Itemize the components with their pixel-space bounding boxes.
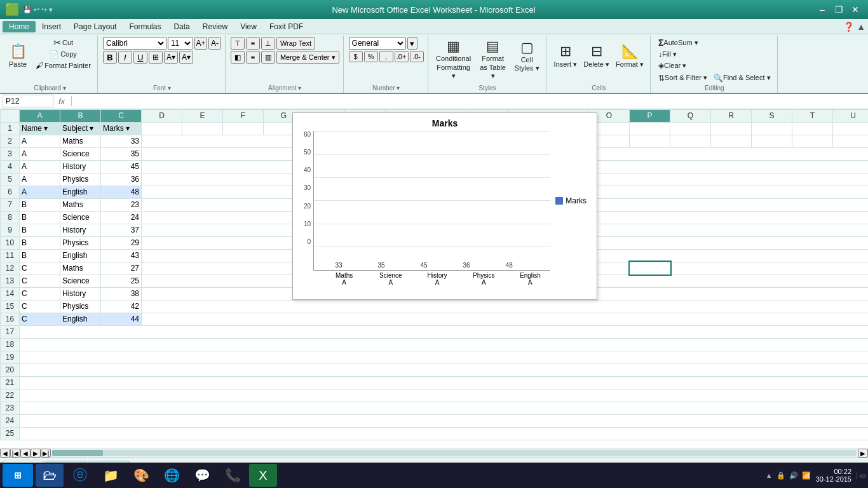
- taskbar-skype-button[interactable]: 💬: [188, 464, 216, 487]
- cell-A1[interactable]: Name ▾: [20, 122, 60, 135]
- menu-item-page-layout[interactable]: Page Layout: [67, 21, 123, 32]
- sort-filter-button[interactable]: ⇅ Sort & Filter ▾: [656, 73, 710, 83]
- delete-cells-button[interactable]: ⊟ Delete ▾: [581, 37, 612, 75]
- cell-P2[interactable]: [630, 135, 670, 147]
- increase-decimal-button[interactable]: .0+: [395, 51, 409, 62]
- col-header-Q[interactable]: Q: [670, 109, 711, 122]
- cell-E1[interactable]: [182, 122, 223, 135]
- align-middle-button[interactable]: ≡: [246, 37, 260, 50]
- currency-button[interactable]: $: [349, 51, 363, 62]
- cell-S2[interactable]: [752, 135, 792, 147]
- nav-prev-button[interactable]: ◀: [20, 449, 31, 458]
- font-shrink-button[interactable]: A-: [208, 37, 221, 50]
- cell-U1[interactable]: [833, 122, 869, 135]
- comma-button[interactable]: ,: [379, 51, 393, 62]
- col-header-U[interactable]: U: [833, 109, 869, 122]
- merge-center-button[interactable]: Merge & Center ▾: [276, 51, 339, 64]
- taskbar-ie-button[interactable]: ⓔ: [66, 464, 94, 487]
- menu-item-view[interactable]: View: [234, 21, 263, 32]
- italic-button[interactable]: I: [118, 51, 132, 64]
- align-left-button[interactable]: ◧: [231, 51, 245, 64]
- start-button[interactable]: ⊞: [3, 464, 33, 487]
- cell-S1[interactable]: [752, 122, 792, 135]
- cell-reference-box[interactable]: P12: [3, 95, 53, 107]
- menu-item-foxit[interactable]: Foxit PDF: [263, 21, 309, 32]
- taskbar-excel-button[interactable]: X: [249, 464, 277, 487]
- format-cells-button[interactable]: 📐 Format ▾: [613, 37, 646, 75]
- close-button[interactable]: ✕: [848, 3, 863, 16]
- nav-last-button[interactable]: ▶|: [41, 449, 51, 458]
- col-header-C[interactable]: C: [101, 109, 142, 122]
- cell-R1[interactable]: [711, 122, 752, 135]
- cell-F1[interactable]: [223, 122, 264, 135]
- h-scrollbar-track[interactable]: [52, 450, 857, 456]
- cell-A2[interactable]: A: [20, 135, 60, 147]
- cell-B2[interactable]: Maths: [60, 135, 101, 147]
- horizontal-scrollbar[interactable]: ◀ |◀ ◀ ▶ ▶| ▶: [0, 449, 868, 458]
- taskbar-skype2-button[interactable]: 📞: [219, 464, 247, 487]
- cell-R2[interactable]: [711, 135, 752, 147]
- col-header-T[interactable]: T: [792, 109, 833, 122]
- tray-up-icon[interactable]: ▲: [766, 471, 773, 479]
- show-desktop-button[interactable]: ▭: [857, 472, 865, 479]
- cell-D2[interactable]: [142, 135, 304, 147]
- tray-volume-icon[interactable]: 🔊: [789, 471, 798, 480]
- h-scrollbar-thumb[interactable]: [52, 450, 103, 456]
- wrap-text-button[interactable]: Wrap Text: [276, 37, 315, 50]
- col-header-R[interactable]: R: [711, 109, 752, 122]
- cut-button[interactable]: ✂ Cut: [33, 37, 93, 49]
- col-header-F[interactable]: F: [223, 109, 264, 122]
- cell-T2[interactable]: [792, 135, 833, 147]
- cell-styles-button[interactable]: ▢ CellStyles ▾: [512, 37, 542, 75]
- border-button[interactable]: ⊞: [149, 51, 163, 64]
- fill-button[interactable]: ↓ Fill ▾: [656, 50, 679, 60]
- minimize-button[interactable]: –: [815, 3, 830, 16]
- font-color-button[interactable]: A▾: [179, 51, 193, 64]
- restore-button[interactable]: ❐: [831, 3, 846, 16]
- cell-Q1[interactable]: [670, 122, 711, 135]
- menu-item-review[interactable]: Review: [196, 21, 234, 32]
- cell-U2[interactable]: [833, 135, 869, 147]
- format-as-table-button[interactable]: ▤ Formatas Table ▾: [475, 37, 511, 81]
- cell-C2[interactable]: 33: [101, 135, 142, 147]
- col-header-E[interactable]: E: [182, 109, 223, 122]
- taskbar-chrome-button[interactable]: 🌐: [158, 464, 186, 487]
- cell-T1[interactable]: [792, 122, 833, 135]
- fill-color-button[interactable]: A▾: [164, 51, 178, 64]
- copy-button[interactable]: 📄 Copy: [33, 50, 93, 60]
- number-format-expand[interactable]: ▾: [407, 37, 417, 50]
- cell-C1[interactable]: Marks ▾: [101, 122, 142, 135]
- percent-button[interactable]: %: [364, 51, 378, 62]
- clock[interactable]: 00:22 30-12-2015: [816, 468, 851, 483]
- paste-button[interactable]: 📋 Paste: [6, 37, 29, 75]
- menu-item-home[interactable]: Home: [3, 21, 36, 32]
- scroll-left-button[interactable]: ◀: [0, 449, 10, 458]
- decrease-decimal-button[interactable]: .0-: [410, 51, 424, 62]
- align-top-button[interactable]: ⊤: [231, 37, 245, 50]
- tray-signal-icon[interactable]: 📶: [802, 471, 811, 480]
- menu-item-insert[interactable]: Insert: [36, 21, 67, 32]
- nav-first-button[interactable]: |◀: [10, 449, 20, 458]
- align-right-button[interactable]: ▥: [261, 51, 275, 64]
- scroll-right-button[interactable]: ▶: [858, 449, 868, 458]
- font-grow-button[interactable]: A+: [194, 37, 207, 50]
- nav-next-button[interactable]: ▶: [31, 449, 41, 458]
- col-header-S[interactable]: S: [752, 109, 792, 122]
- conditional-formatting-button[interactable]: ▦ ConditionalFormatting ▾: [433, 37, 474, 81]
- menu-item-data[interactable]: Data: [167, 21, 196, 32]
- cell-P12[interactable]: [630, 262, 670, 274]
- format-painter-button[interactable]: 🖌 Format Painter: [33, 60, 93, 71]
- bold-button[interactable]: B: [103, 51, 117, 64]
- taskbar-paint-button[interactable]: 🎨: [127, 464, 155, 487]
- col-header-B[interactable]: B: [60, 109, 101, 122]
- number-format-select[interactable]: General: [349, 37, 406, 50]
- font-name-select[interactable]: Calibri: [103, 37, 166, 50]
- cell-Q2[interactable]: [670, 135, 711, 147]
- col-header-A[interactable]: A: [20, 109, 60, 122]
- col-header-D[interactable]: D: [142, 109, 182, 122]
- chart-container[interactable]: Marks 60 50 40 30 20 10 0: [292, 112, 597, 300]
- taskbar-explorer-button[interactable]: 🗁: [36, 464, 64, 487]
- formula-input[interactable]: [76, 95, 865, 107]
- ribbon-help-icon[interactable]: ❓: [843, 22, 854, 32]
- autosum-button[interactable]: Σ AutoSum ▾: [656, 37, 701, 49]
